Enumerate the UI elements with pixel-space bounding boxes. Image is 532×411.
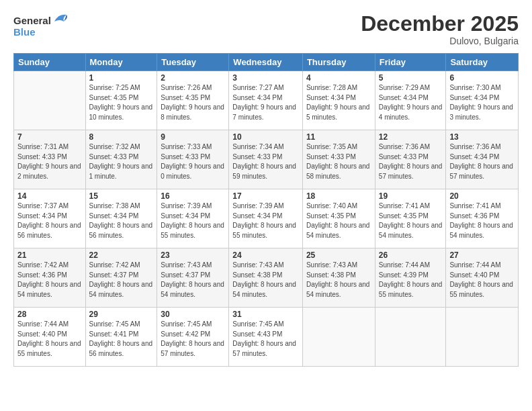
week-row-1: 1 Sunrise: 7:25 AMSunset: 4:35 PMDayligh… — [14, 71, 519, 130]
weekday-thursday: Thursday — [302, 54, 375, 71]
day-number: 23 — [161, 250, 225, 260]
day-cell: 25 Sunrise: 7:43 AMSunset: 4:38 PMDaylig… — [302, 248, 375, 308]
day-number: 13 — [449, 132, 515, 142]
day-number: 11 — [306, 132, 371, 142]
day-cell: 9 Sunrise: 7:33 AMSunset: 4:33 PMDayligh… — [157, 130, 229, 189]
month-title: December 2025 — [361, 12, 519, 36]
day-cell — [14, 71, 86, 130]
day-info: Sunrise: 7:37 AMSunset: 4:34 PMDaylight:… — [17, 202, 81, 239]
day-info: Sunrise: 7:34 AMSunset: 4:33 PMDaylight:… — [232, 143, 296, 180]
day-cell: 16 Sunrise: 7:39 AMSunset: 4:34 PMDaylig… — [157, 189, 229, 248]
week-row-3: 14 Sunrise: 7:37 AMSunset: 4:34 PMDaylig… — [14, 189, 519, 248]
day-number: 27 — [449, 250, 515, 260]
day-cell: 12 Sunrise: 7:36 AMSunset: 4:33 PMDaylig… — [375, 130, 446, 189]
day-number: 20 — [449, 191, 515, 201]
page-header: General Blue December 2025 Dulovo, Bulga… — [13, 12, 519, 46]
day-info: Sunrise: 7:45 AMSunset: 4:42 PMDaylight:… — [161, 320, 224, 357]
day-cell: 6 Sunrise: 7:30 AMSunset: 4:34 PMDayligh… — [446, 71, 519, 130]
day-info: Sunrise: 7:25 AMSunset: 4:35 PMDaylight:… — [89, 84, 153, 121]
day-cell: 5 Sunrise: 7:29 AMSunset: 4:34 PMDayligh… — [375, 71, 446, 130]
day-cell: 24 Sunrise: 7:43 AMSunset: 4:38 PMDaylig… — [229, 248, 303, 308]
day-number: 10 — [232, 132, 299, 142]
day-info: Sunrise: 7:38 AMSunset: 4:34 PMDaylight:… — [89, 202, 153, 239]
day-info: Sunrise: 7:29 AMSunset: 4:34 PMDaylight:… — [379, 84, 443, 121]
day-number: 2 — [161, 73, 225, 83]
day-info: Sunrise: 7:32 AMSunset: 4:33 PMDaylight:… — [89, 143, 153, 180]
day-info: Sunrise: 7:27 AMSunset: 4:34 PMDaylight:… — [232, 84, 296, 121]
day-cell: 27 Sunrise: 7:44 AMSunset: 4:40 PMDaylig… — [446, 248, 519, 308]
day-info: Sunrise: 7:45 AMSunset: 4:41 PMDaylight:… — [89, 320, 153, 357]
day-number: 21 — [17, 250, 82, 260]
day-number: 6 — [449, 73, 515, 83]
week-row-2: 7 Sunrise: 7:31 AMSunset: 4:33 PMDayligh… — [14, 130, 519, 189]
day-info: Sunrise: 7:42 AMSunset: 4:37 PMDaylight:… — [89, 261, 153, 298]
day-cell: 10 Sunrise: 7:34 AMSunset: 4:33 PMDaylig… — [229, 130, 303, 189]
day-number: 5 — [379, 73, 443, 83]
day-cell: 2 Sunrise: 7:26 AMSunset: 4:35 PMDayligh… — [157, 71, 229, 130]
day-number: 28 — [17, 310, 82, 319]
day-number: 7 — [17, 132, 82, 142]
day-info: Sunrise: 7:39 AMSunset: 4:34 PMDaylight:… — [232, 202, 296, 239]
day-info: Sunrise: 7:45 AMSunset: 4:43 PMDaylight:… — [232, 320, 296, 357]
day-number: 25 — [306, 250, 371, 260]
day-number: 14 — [17, 191, 82, 201]
logo-blue-text: Blue — [13, 27, 36, 37]
day-cell — [446, 308, 519, 367]
day-cell: 7 Sunrise: 7:31 AMSunset: 4:33 PMDayligh… — [14, 130, 86, 189]
day-number: 12 — [379, 132, 443, 142]
location: Dulovo, Bulgaria — [361, 36, 519, 46]
day-number: 31 — [232, 310, 299, 319]
day-number: 26 — [379, 250, 443, 260]
weekday-monday: Monday — [85, 54, 157, 71]
day-cell: 15 Sunrise: 7:38 AMSunset: 4:34 PMDaylig… — [85, 189, 157, 248]
day-cell: 19 Sunrise: 7:41 AMSunset: 4:35 PMDaylig… — [375, 189, 446, 248]
day-number: 19 — [379, 191, 443, 201]
logo-bird-icon — [53, 12, 68, 28]
day-info: Sunrise: 7:43 AMSunset: 4:38 PMDaylight:… — [306, 261, 370, 298]
weekday-header-row: SundayMondayTuesdayWednesdayThursdayFrid… — [14, 54, 519, 71]
weekday-saturday: Saturday — [446, 54, 519, 71]
day-info: Sunrise: 7:33 AMSunset: 4:33 PMDaylight:… — [161, 143, 224, 180]
day-cell: 29 Sunrise: 7:45 AMSunset: 4:41 PMDaylig… — [85, 308, 157, 367]
day-cell: 4 Sunrise: 7:28 AMSunset: 4:34 PMDayligh… — [302, 71, 375, 130]
day-info: Sunrise: 7:31 AMSunset: 4:33 PMDaylight:… — [17, 143, 81, 180]
calendar-page: General Blue December 2025 Dulovo, Bulga… — [0, 0, 532, 411]
day-cell: 8 Sunrise: 7:32 AMSunset: 4:33 PMDayligh… — [85, 130, 157, 189]
day-info: Sunrise: 7:44 AMSunset: 4:40 PMDaylight:… — [17, 320, 81, 357]
day-cell: 22 Sunrise: 7:42 AMSunset: 4:37 PMDaylig… — [85, 248, 157, 308]
calendar-table: SundayMondayTuesdayWednesdayThursdayFrid… — [13, 53, 519, 367]
logo-general-text: General — [13, 15, 51, 26]
day-cell: 31 Sunrise: 7:45 AMSunset: 4:43 PMDaylig… — [229, 308, 303, 367]
day-info: Sunrise: 7:42 AMSunset: 4:36 PMDaylight:… — [17, 261, 81, 298]
day-number: 9 — [161, 132, 225, 142]
day-info: Sunrise: 7:43 AMSunset: 4:37 PMDaylight:… — [161, 261, 224, 298]
logo: General Blue — [13, 12, 68, 37]
day-cell: 18 Sunrise: 7:40 AMSunset: 4:35 PMDaylig… — [302, 189, 375, 248]
day-number: 15 — [89, 191, 154, 201]
day-number: 4 — [306, 73, 371, 83]
day-number: 24 — [232, 250, 299, 260]
day-number: 17 — [232, 191, 299, 201]
weekday-tuesday: Tuesday — [157, 54, 229, 71]
day-number: 16 — [161, 191, 225, 201]
day-number: 30 — [161, 310, 225, 319]
day-info: Sunrise: 7:44 AMSunset: 4:39 PMDaylight:… — [379, 261, 443, 298]
day-cell — [302, 308, 375, 367]
day-info: Sunrise: 7:36 AMSunset: 4:34 PMDaylight:… — [449, 143, 513, 180]
day-number: 29 — [89, 310, 154, 319]
day-info: Sunrise: 7:44 AMSunset: 4:40 PMDaylight:… — [449, 261, 513, 298]
day-info: Sunrise: 7:39 AMSunset: 4:34 PMDaylight:… — [161, 202, 224, 239]
day-info: Sunrise: 7:41 AMSunset: 4:36 PMDaylight:… — [449, 202, 513, 239]
day-cell: 11 Sunrise: 7:35 AMSunset: 4:33 PMDaylig… — [302, 130, 375, 189]
day-cell: 28 Sunrise: 7:44 AMSunset: 4:40 PMDaylig… — [14, 308, 86, 367]
day-cell: 30 Sunrise: 7:45 AMSunset: 4:42 PMDaylig… — [157, 308, 229, 367]
day-number: 1 — [89, 73, 154, 83]
day-info: Sunrise: 7:36 AMSunset: 4:33 PMDaylight:… — [379, 143, 443, 180]
day-info: Sunrise: 7:30 AMSunset: 4:34 PMDaylight:… — [449, 84, 513, 121]
day-cell: 3 Sunrise: 7:27 AMSunset: 4:34 PMDayligh… — [229, 71, 303, 130]
day-number: 18 — [306, 191, 371, 201]
day-number: 22 — [89, 250, 154, 260]
day-cell: 17 Sunrise: 7:39 AMSunset: 4:34 PMDaylig… — [229, 189, 303, 248]
weekday-friday: Friday — [375, 54, 446, 71]
day-cell — [375, 308, 446, 367]
